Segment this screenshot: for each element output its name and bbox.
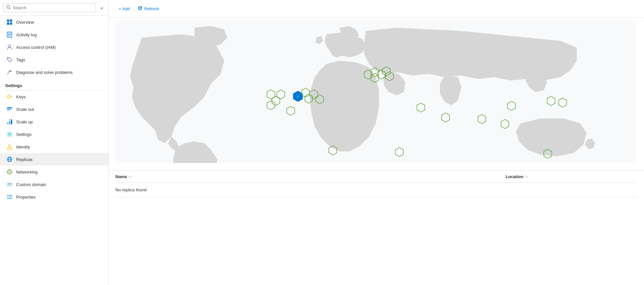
svg-point-11: [8, 58, 9, 59]
properties-icon: [6, 194, 13, 200]
identity-icon: [6, 143, 13, 150]
keys-icon: [6, 93, 13, 100]
search-icon: [6, 5, 11, 11]
settings-section-label: Settings: [0, 79, 108, 90]
sidebar-item-identity-label: Identity: [16, 144, 30, 149]
sidebar-item-scale-out[interactable]: Scale out: [0, 103, 108, 115]
activity-log-icon: [6, 31, 13, 38]
svg-point-21: [9, 145, 11, 147]
content-area: ✓: [109, 18, 644, 285]
sidebar-item-diagnose[interactable]: Diagnose and solve problems: [0, 66, 108, 79]
table-header: Name ↑↓ Location ↑↓: [115, 171, 637, 183]
sidebar-item-identity[interactable]: Identity: [0, 141, 108, 153]
svg-rect-2: [7, 19, 9, 22]
world-map: ✓: [115, 21, 636, 163]
settings-icon: [6, 131, 13, 138]
svg-rect-15: [7, 109, 11, 110]
sidebar-item-tags[interactable]: Tags: [0, 53, 108, 66]
name-sort-icon[interactable]: ↑↓: [128, 175, 132, 178]
sidebar-item-activity-log-label: Activity log: [16, 32, 37, 37]
sidebar-item-scale-up-label: Scale up: [16, 119, 33, 124]
sidebar-item-scale-out-label: Scale out: [16, 107, 34, 112]
sidebar-item-activity-log[interactable]: Activity log: [0, 28, 108, 41]
svg-rect-14: [7, 107, 12, 109]
svg-rect-34: [8, 185, 10, 185]
overview-icon: [6, 19, 13, 25]
toolbar: + Add Refresh: [109, 0, 644, 18]
sidebar-item-access-control-label: Access control (IAM): [16, 45, 56, 50]
svg-point-27: [9, 171, 11, 173]
svg-rect-22: [7, 148, 12, 149]
svg-rect-4: [7, 22, 9, 25]
sidebar: « Overview Activity log: [0, 0, 109, 285]
sidebar-item-overview[interactable]: Overview: [0, 16, 108, 28]
sidebar-item-replicas-label: Replicas: [16, 157, 33, 162]
col-location-header[interactable]: Location ↑↓: [506, 174, 637, 179]
svg-line-1: [9, 8, 11, 9]
no-data-message: No replica found: [115, 183, 637, 197]
replicas-icon: [6, 156, 13, 163]
collapse-button[interactable]: «: [99, 4, 105, 12]
refresh-icon: [138, 6, 142, 12]
sidebar-item-keys-label: Keys: [16, 94, 26, 99]
tags-icon: [6, 56, 13, 63]
svg-point-20: [9, 133, 11, 135]
scale-up-icon: [6, 118, 13, 125]
add-button[interactable]: + Add: [115, 4, 133, 13]
scale-out-icon: [6, 106, 13, 112]
sidebar-item-overview-label: Overview: [16, 20, 34, 25]
map-container: ✓: [109, 18, 644, 171]
svg-rect-3: [10, 19, 12, 22]
sidebar-item-settings[interactable]: Settings: [0, 128, 108, 141]
svg-rect-32: [7, 183, 12, 186]
sidebar-item-networking-label: Networking: [16, 170, 38, 174]
sidebar-item-diagnose-label: Diagnose and solve problems: [16, 70, 73, 75]
svg-rect-16: [7, 111, 10, 111]
refresh-button[interactable]: Refresh: [134, 4, 163, 14]
sidebar-item-replicas[interactable]: Replicas: [0, 153, 108, 166]
sidebar-item-custom-domain-label: Custom domain: [16, 182, 46, 187]
sidebar-item-settings-label: Settings: [16, 132, 32, 137]
svg-rect-18: [9, 121, 10, 124]
svg-rect-33: [8, 183, 12, 184]
networking-icon: [6, 169, 13, 175]
svg-point-12: [11, 71, 12, 72]
custom-domain-icon: [6, 181, 13, 188]
svg-rect-19: [11, 119, 12, 124]
location-sort-icon[interactable]: ↑↓: [525, 175, 528, 178]
svg-point-10: [8, 45, 11, 48]
access-control-icon: [6, 44, 13, 50]
sidebar-item-tags-label: Tags: [16, 57, 25, 62]
sidebar-item-keys[interactable]: Keys: [0, 90, 108, 103]
replica-table: Name ↑↓ Location ↑↓ No replica found: [109, 171, 644, 197]
col-name-header[interactable]: Name ↑↓: [115, 174, 506, 179]
sidebar-item-properties[interactable]: Properties: [0, 191, 108, 203]
search-bar: «: [0, 0, 108, 16]
svg-text:✓: ✓: [297, 95, 299, 99]
sidebar-item-properties-label: Properties: [16, 195, 36, 200]
sidebar-item-scale-up[interactable]: Scale up: [0, 115, 108, 128]
sidebar-item-access-control[interactable]: Access control (IAM): [0, 41, 108, 53]
sidebar-item-networking[interactable]: Networking: [0, 166, 108, 178]
search-input-wrap[interactable]: [3, 3, 96, 12]
sidebar-item-custom-domain[interactable]: Custom domain: [0, 178, 108, 191]
search-input[interactable]: [13, 5, 93, 10]
svg-rect-5: [10, 22, 12, 25]
svg-rect-17: [7, 122, 8, 124]
diagnose-icon: [6, 69, 13, 76]
main-content: + Add Refresh: [109, 0, 644, 285]
